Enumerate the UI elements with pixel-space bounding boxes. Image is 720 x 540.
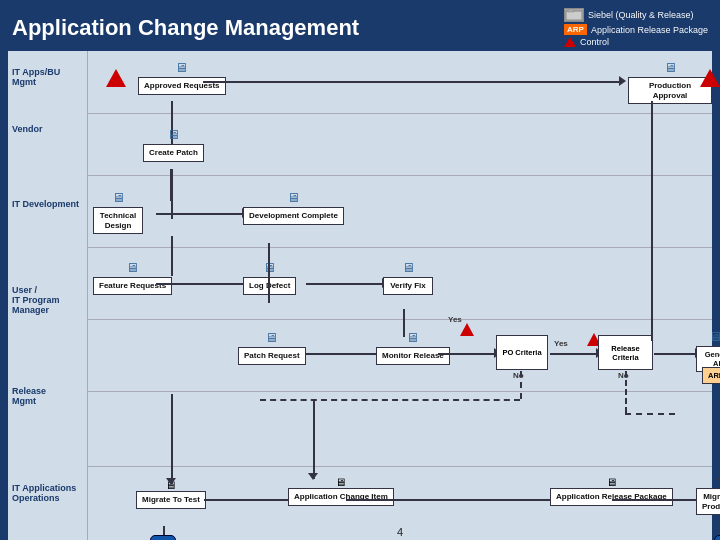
arrow-feature-log [156,283,251,285]
legend: Siebel (Quality & Release) ARP Applicati… [564,8,708,47]
po-criteria-node: PO Criteria [496,335,548,370]
legend-arp: ARP Application Release Package [564,24,708,35]
arrow-approved-to-prod [203,81,623,83]
dev-complete-box: Development Complete [243,207,344,225]
computer-icon-feature [126,259,139,275]
arrow-v-row3-row4 [171,236,173,276]
technical-design-box: TechnicalDesign [93,207,143,234]
arrowhead-r5-r6 [166,478,176,485]
arrow-devcomp-to-patch [268,243,270,303]
computer-icon-tech [112,189,125,205]
patch-request-node: Patch Request [238,329,306,365]
computer-icon-approved [175,59,188,75]
app-change-item-node: 🖥 Application Change Item [288,476,394,506]
monitor-release-box: Monitor Release [376,347,450,365]
flow-area: Approved Requests Production Approval Cr… [88,51,712,540]
lane-vendor: Vendor [8,103,88,155]
legend-siebel: Siebel (Quality & Release) [564,8,708,22]
yes-triangle-1 [460,323,474,336]
lane-it-dev: IT Development [8,155,88,251]
arrow-verify-to-r5 [403,309,405,337]
control-triangle-icon [564,37,576,47]
swimlane-divider-4 [88,319,712,320]
release-criteria-node: Release Criteria [598,335,653,370]
svg-rect-1 [568,9,574,12]
feature-requests-box: Feature Requests [93,277,172,295]
page-number: 4 [397,526,403,538]
siebel-icon [564,8,584,22]
app-release-pkg-box: Application Release Package [550,488,673,506]
computer-icon-arp: 🖥 [696,329,720,344]
yes-label-2: Yes [554,339,568,348]
arrow-migrate-aci [204,499,294,501]
arrowhead-aci-up [308,473,318,480]
po-criteria-box: PO Criteria [496,335,548,370]
swimlane-divider-6 [88,466,712,467]
computer-icon-prod [664,59,677,75]
lane-it-apps: IT Apps/BUMgmt [8,51,88,103]
arrow-v-row2-row3 [170,169,172,201]
arrow-aci-up [313,401,315,479]
no-label-2: No [618,371,629,380]
arp-box: ARP [702,367,720,384]
control-triangle-approved [106,69,126,87]
control-triangle-prod [700,69,720,87]
migrate-test-box: Migrate To Test [136,491,206,509]
swim-lanes: IT Apps/BUMgmt Vendor IT Development Use… [8,51,88,540]
dashed-no-release [625,371,627,413]
arrow-patch-monitor [306,353,381,355]
dashed-no-po [520,371,522,399]
swimlane-divider-3 [88,247,712,248]
lane-release: ReleaseMgmt [8,348,88,444]
create-patch-node: Create Patch [143,126,204,162]
control-label: Control [580,37,609,47]
computer-icon-aci: 🖥 [335,476,346,488]
no-label-1: No [513,371,524,380]
legend-control: Control [564,37,708,47]
swimlane-divider-1 [88,113,712,114]
app-release-pkg-node: 🖥 Application Release Package [550,476,673,506]
arrow-po-release [550,353,600,355]
arrow-monitor-po [438,353,498,355]
arp-badge: ARP [564,24,587,35]
release-criteria-box: Release Criteria [598,335,653,370]
arrow-aci-arp [346,499,556,501]
svg-rect-0 [566,11,582,20]
lane-it-ops: IT ApplicationsOperations [8,445,88,540]
approved-requests-node: Approved Requests [138,59,226,95]
arrow-log-verify [306,283,386,285]
main-content: IT Apps/BUMgmt Vendor IT Development Use… [8,51,712,540]
patch-request-box: Patch Request [238,347,306,365]
feature-requests-node: Feature Requests [93,259,172,295]
swimlane-divider-5 [88,391,712,392]
approved-requests-box: Approved Requests [138,77,226,95]
computer-icon-monitor [406,329,419,345]
drum-prod [714,535,720,540]
verify-fix-box: Verify Fix [383,277,433,295]
create-patch-box: Create Patch [143,144,204,162]
dashed-pkg [612,499,700,501]
siebel-label: Siebel (Quality & Release) [588,10,694,20]
arrow-r5-r6 [171,394,173,484]
monitor-release-node: Monitor Release [376,329,450,365]
generate-arp-node: 🖥 Generate ARP [696,329,720,372]
arp-badge-node: ARP [702,367,720,384]
app-change-item-box: Application Change Item [288,488,394,506]
page-title: Application Change Management [12,15,359,41]
technical-design-node: TechnicalDesign [93,189,143,234]
arrow-prod-approval-down [651,101,653,341]
lane-user-pm: User /IT ProgramManager [8,252,88,348]
arrow-tech-to-devcomp [156,213,246,215]
header: Application Change Management Siebel (Qu… [0,0,720,51]
dev-complete-node: Development Complete [243,189,344,225]
arp-label: Application Release Package [591,25,708,35]
drum-migrate [150,535,176,540]
arrowhead-approved-prod [619,76,626,86]
migrate-prod-box: Migrate To Production [696,488,720,515]
computer-icon-devcomp [287,189,300,205]
dashed-no-release-h2 [625,413,675,415]
dashed-no-po-h [260,399,520,401]
computer-icon-create [167,126,180,142]
computer-icon-patch [265,329,278,345]
arrow-release-arp [654,353,699,355]
